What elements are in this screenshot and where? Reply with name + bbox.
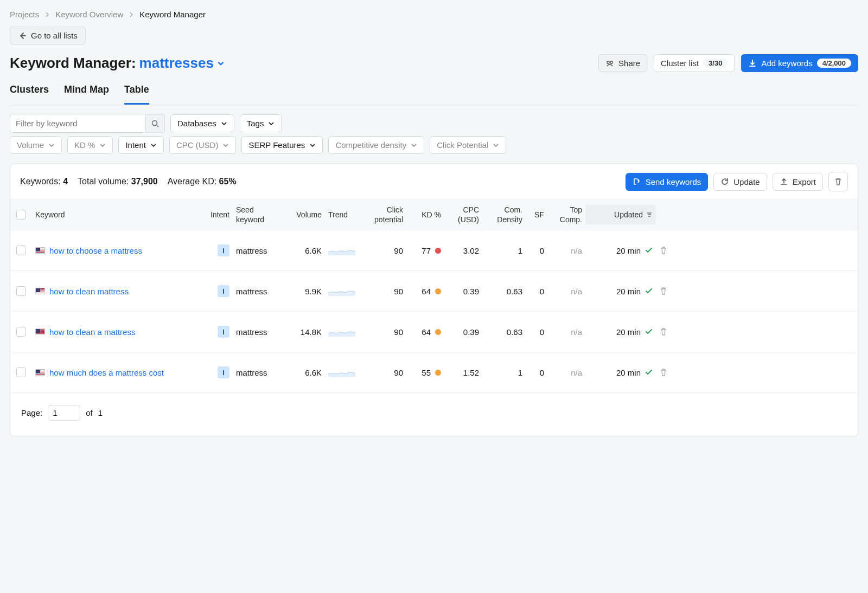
- col-keyword[interactable]: Keyword: [32, 210, 195, 220]
- kd-value: 77: [406, 246, 444, 255]
- cpc-value: 0.39: [444, 287, 482, 296]
- col-volume[interactable]: Volume: [282, 210, 325, 220]
- keyword-table-card: Keywords: 4 Total volume: 37,900 Average…: [10, 164, 858, 436]
- col-sf[interactable]: SF: [526, 210, 547, 220]
- top-comp-value: n/a: [547, 287, 585, 296]
- table-row: how to clean a mattress I mattress 14.8K…: [10, 312, 858, 352]
- check-icon: [645, 287, 653, 295]
- intent-badge: I: [218, 244, 229, 256]
- col-intent[interactable]: Intent: [195, 210, 233, 220]
- add-keywords-button[interactable]: Add keywords 4/2,000: [741, 54, 858, 72]
- trend-sparkline: [325, 327, 363, 337]
- send-icon: [633, 177, 641, 186]
- volume-value: 9.9K: [282, 287, 325, 296]
- delete-row-button[interactable]: [656, 246, 678, 255]
- updated-value: 20 min: [585, 368, 656, 377]
- check-icon: [645, 247, 653, 254]
- trend-sparkline: [325, 246, 363, 255]
- tab-clusters[interactable]: Clusters: [10, 84, 49, 105]
- com-density-value: 0.63: [482, 327, 526, 337]
- seed-keyword: mattress: [233, 368, 282, 377]
- tab-table[interactable]: Table: [124, 84, 149, 105]
- back-button-label: Go to all lists: [31, 31, 78, 40]
- keyword-link[interactable]: how to clean a mattress: [49, 327, 135, 337]
- chevron-right-icon: [44, 12, 50, 17]
- competitive-density-filter[interactable]: Competitive density: [328, 136, 424, 154]
- back-to-lists-button[interactable]: Go to all lists: [10, 27, 86, 44]
- chevron-down-icon: [217, 60, 225, 67]
- cpc-value: 1.52: [444, 368, 482, 377]
- tabs: Clusters Mind Map Table: [10, 84, 858, 105]
- com-density-value: 1: [482, 246, 526, 255]
- breadcrumb-item[interactable]: Keyword Overview: [55, 10, 123, 19]
- kd-filter[interactable]: KD %: [67, 136, 113, 154]
- flag-us-icon: [35, 369, 45, 376]
- table-row: how to clean mattress I mattress 9.9K 90…: [10, 271, 858, 312]
- title-prefix: Keyword Manager:: [10, 55, 136, 72]
- seed-keyword: mattress: [233, 287, 282, 296]
- breadcrumb-item[interactable]: Projects: [10, 10, 39, 19]
- col-click-potential[interactable]: Click potential: [363, 205, 406, 224]
- page-label: Page:: [21, 408, 42, 417]
- click-potential-filter[interactable]: Click Potential: [430, 136, 506, 154]
- total-pages: 1: [98, 408, 103, 417]
- delete-row-button[interactable]: [656, 287, 678, 295]
- cpc-value: 3.02: [444, 246, 482, 255]
- tab-mind-map[interactable]: Mind Map: [64, 84, 109, 105]
- updated-value: 20 min: [585, 327, 656, 337]
- row-checkbox[interactable]: [16, 286, 26, 296]
- keyword-link[interactable]: how to clean mattress: [49, 287, 129, 296]
- sf-value: 0: [526, 327, 547, 337]
- export-button[interactable]: Export: [773, 173, 823, 191]
- send-keywords-button[interactable]: Send keywords: [626, 173, 709, 191]
- col-updated[interactable]: Updated: [585, 205, 656, 224]
- delete-row-button[interactable]: [656, 327, 678, 336]
- row-checkbox[interactable]: [16, 327, 26, 337]
- serp-features-filter[interactable]: SERP Features: [241, 136, 323, 154]
- delete-row-button[interactable]: [656, 368, 678, 377]
- chevron-down-icon: [221, 120, 227, 127]
- cpc-filter[interactable]: CPC (USD): [169, 136, 237, 154]
- download-icon: [748, 59, 757, 68]
- volume-value: 14.8K: [282, 327, 325, 337]
- row-checkbox[interactable]: [16, 368, 26, 377]
- sort-icon: [646, 211, 653, 218]
- table-row: how much does a mattress cost I mattress…: [10, 352, 858, 393]
- top-comp-value: n/a: [547, 246, 585, 255]
- keyword-link[interactable]: how to choose a mattress: [49, 246, 142, 255]
- intent-filter[interactable]: Intent: [118, 136, 164, 154]
- page-input[interactable]: [48, 405, 80, 421]
- databases-dropdown[interactable]: Databases: [170, 114, 234, 132]
- filter-keyword-input[interactable]: [10, 114, 145, 133]
- share-icon: [605, 59, 614, 68]
- chevron-down-icon: [268, 120, 275, 127]
- row-checkbox[interactable]: [16, 246, 26, 255]
- svg-point-0: [607, 61, 609, 63]
- flag-us-icon: [35, 328, 45, 335]
- intent-badge: I: [218, 366, 229, 378]
- col-trend[interactable]: Trend: [325, 210, 363, 220]
- col-com-density[interactable]: Com. Density: [482, 205, 526, 224]
- cluster-list-button[interactable]: Cluster list 3/30: [654, 54, 735, 72]
- check-icon: [645, 328, 653, 336]
- breadcrumb: Projects Keyword Overview Keyword Manage…: [10, 10, 858, 19]
- trash-icon: [834, 177, 843, 186]
- keyword-link[interactable]: how much does a mattress cost: [49, 368, 164, 377]
- com-density-value: 1: [482, 368, 526, 377]
- select-all-checkbox[interactable]: [16, 210, 26, 220]
- search-icon: [151, 119, 159, 128]
- share-button[interactable]: Share: [598, 54, 647, 72]
- tags-dropdown[interactable]: Tags: [240, 114, 282, 132]
- col-top-comp[interactable]: Top Comp.: [547, 205, 585, 224]
- col-kd[interactable]: KD %: [406, 210, 444, 220]
- col-seed[interactable]: Seed keyword: [233, 205, 282, 224]
- kd-value: 64: [406, 287, 444, 296]
- col-cpc[interactable]: CPC (USD): [444, 205, 482, 224]
- volume-filter[interactable]: Volume: [10, 136, 62, 154]
- list-name-dropdown[interactable]: mattresses: [139, 55, 225, 72]
- update-button[interactable]: Update: [713, 173, 767, 191]
- stats-summary: Keywords: 4 Total volume: 37,900 Average…: [20, 177, 237, 186]
- search-button[interactable]: [145, 114, 165, 133]
- refresh-icon: [720, 177, 729, 186]
- delete-all-button[interactable]: [828, 172, 848, 191]
